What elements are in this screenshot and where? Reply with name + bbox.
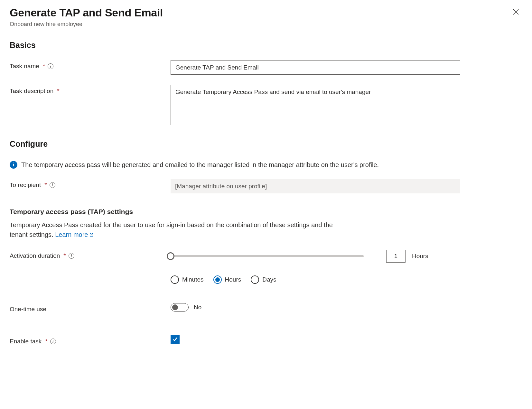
required-marker: *: [43, 63, 45, 70]
radio-days[interactable]: Days: [251, 275, 276, 284]
radio-hours[interactable]: Hours: [213, 275, 241, 284]
radio-minutes[interactable]: Minutes: [171, 275, 204, 284]
one-time-use-label: One-time use: [10, 306, 46, 313]
radio-label: Days: [262, 276, 276, 283]
info-icon[interactable]: i: [48, 63, 53, 69]
info-icon[interactable]: i: [50, 182, 55, 188]
info-filled-icon: i: [10, 161, 17, 169]
required-marker: *: [45, 338, 47, 345]
learn-more-link[interactable]: Learn more: [55, 231, 94, 238]
tap-settings-description: Temporary Access Pass created for the us…: [10, 220, 351, 239]
basics-heading: Basics: [10, 41, 522, 50]
duration-unit-radio-group: Minutes Hours Days: [171, 275, 460, 284]
info-icon[interactable]: i: [50, 339, 56, 344]
enable-task-checkbox[interactable]: [171, 335, 180, 344]
callout-text: The temporary access pass will be genera…: [21, 161, 379, 169]
required-marker: *: [57, 88, 59, 95]
required-marker: *: [44, 181, 47, 189]
activation-duration-slider[interactable]: [171, 255, 364, 257]
activation-duration-unit: Hours: [412, 253, 428, 260]
check-icon: [172, 336, 178, 343]
close-icon: [513, 7, 519, 17]
activation-duration-label: Activation duration: [10, 252, 60, 259]
one-time-use-toggle[interactable]: [171, 303, 189, 311]
radio-label: Minutes: [182, 276, 204, 283]
info-callout: i The temporary access pass will be gene…: [10, 161, 522, 169]
tap-settings-heading: Temporary access pass (TAP) settings: [10, 208, 522, 216]
toggle-knob: [172, 304, 178, 310]
task-description-label: Task description: [10, 88, 53, 95]
enable-task-label: Enable task: [10, 338, 42, 345]
radio-label: Hours: [225, 276, 241, 283]
task-name-label: Task name: [10, 63, 39, 70]
info-icon[interactable]: i: [69, 253, 74, 259]
page-title: Generate TAP and Send Email: [10, 6, 163, 19]
slider-thumb[interactable]: [167, 252, 174, 260]
one-time-use-value: No: [194, 304, 201, 311]
external-link-icon: [88, 231, 94, 238]
task-name-input[interactable]: [171, 60, 460, 75]
configure-heading: Configure: [10, 139, 522, 149]
activation-duration-value-input[interactable]: [386, 250, 406, 263]
close-button[interactable]: [509, 6, 522, 18]
required-marker: *: [63, 252, 66, 259]
to-recipient-label: To recipient: [10, 181, 41, 189]
to-recipient-input: [Manager attribute on user profile]: [171, 179, 460, 193]
task-description-input[interactable]: Generate Temporary Access Pass and send …: [171, 85, 460, 125]
page-subtitle: Onboard new hire employee: [10, 21, 163, 28]
